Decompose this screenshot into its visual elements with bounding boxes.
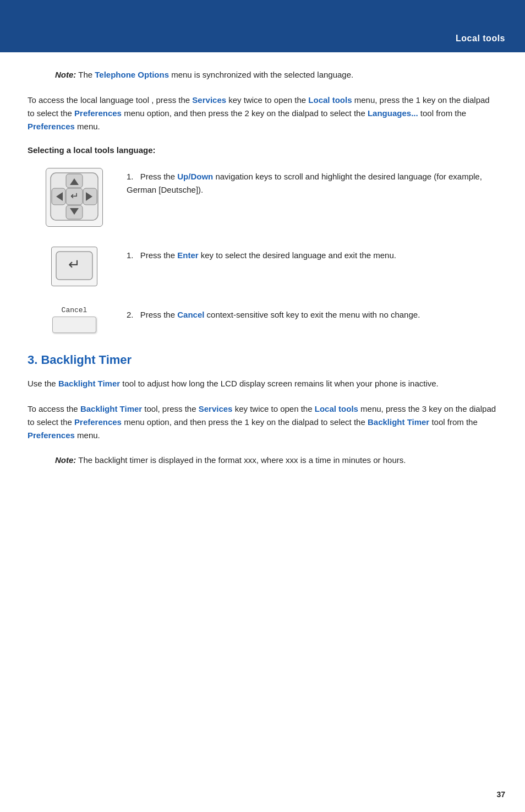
nav-key-graphic: ↵ [46,168,103,227]
header-bar: Local tools [0,0,525,52]
backlight-timer-link-1: Backlight Timer [58,379,120,388]
s3p2-text1: To access the [28,404,80,413]
services-link-1: Services [192,95,226,105]
steps-container: ↵ 1. Press the Up/Down navigation keys t… [28,168,497,333]
section3-para2: To access the Backlight Timer tool, pres… [28,402,497,442]
preferences-link-2: Preferences [28,122,75,131]
para1-text5: tool from the [420,108,466,118]
enter-link: Enter [177,250,198,260]
step-2-text-before: Press the [140,250,178,260]
step-3-text: 2. Press the Cancel context-sensitive so… [127,306,497,321]
para1-text6: menu. [77,122,100,131]
header-title: Local tools [456,34,505,43]
step-1-text-before: Press the [140,172,178,181]
local-tools-link-1: Local tools [308,95,352,105]
note-text-1: The [78,70,95,79]
svg-text:↵: ↵ [70,190,79,201]
s3p1-text1: Use the [28,379,58,388]
s3p2-text3: key twice to open the [235,404,315,413]
step-1-text: 1. Press the Up/Down navigation keys to … [127,168,497,197]
note-block-1: Note: The Telephone Options menu is sync… [55,69,497,81]
step-2-number: 1. [127,250,134,260]
para1-text1: To access the local language tool , pres… [28,95,192,105]
nav-keys-image: ↵ [39,168,110,227]
services-link-2: Services [199,404,233,413]
step-1-number: 1. [127,172,134,181]
step-2-text: 1. Press the Enter key to select the des… [127,247,497,262]
enter-key-graphic: ↵ [51,247,97,286]
step-3-text-after: context-sensitive soft key to exit the m… [207,310,420,319]
step-row-3: Cancel 2. Press the Cancel context-sensi… [28,306,497,333]
note2-prefix: Note: [55,455,76,465]
enter-key-image: ↵ [39,247,110,286]
selecting-heading: Selecting a local tools language: [28,145,497,155]
s3p2-text6: tool from the [431,417,477,427]
cancel-key-image: Cancel [39,306,110,333]
main-content: Note: The Telephone Options menu is sync… [0,52,525,511]
s3p2-text7: menu. [77,430,100,440]
backlight-timer-link-2: Backlight Timer [80,404,142,413]
para1-text2: key twice to open the [228,95,308,105]
step-2-text-after: key to select the desired language and e… [201,250,396,260]
preferences-link-4: Preferences [28,430,75,440]
s3p1-text2: tool to adjust how long the LCD display … [122,379,438,388]
local-tools-link-2: Local tools [315,404,358,413]
para1-text4: menu option, and then press the 2 key on… [124,108,368,118]
step-row-2: ↵ 1. Press the Enter key to select the d… [28,247,497,286]
step-row-1: ↵ 1. Press the Up/Down navigation keys t… [28,168,497,227]
svg-text:↵: ↵ [68,256,80,273]
preferences-link-1: Preferences [74,108,122,118]
section-3-number: 3. Backlight Timer [28,353,132,367]
cancel-key-graphic: Cancel [52,306,96,333]
telephone-options-link: Telephone Options [95,70,169,79]
note-block-2: Note: The backlight timer is displayed i… [55,454,497,467]
s3p2-text2: tool, press the [144,404,198,413]
step-3-number: 2. [127,310,134,319]
section-3-title: 3. Backlight Timer [28,353,497,367]
note-text-2: menu is synchronized with the selected l… [171,70,353,79]
cancel-key-label: Cancel [62,306,88,314]
page-number: 37 [496,790,505,799]
note2-text: The backlight timer is displayed in the … [78,455,406,465]
cancel-key-button [52,317,96,333]
cancel-link: Cancel [177,310,204,319]
s3p2-text5: menu option, and then press the 1 key on… [124,417,368,427]
note-prefix: Note: [55,70,76,79]
step-3-text-before: Press the [140,310,178,319]
section3-para1: Use the Backlight Timer tool to adjust h… [28,377,497,390]
backlight-timer-link-3: Backlight Timer [368,417,429,427]
languages-link: Languages... [368,108,418,118]
para-1: To access the local language tool , pres… [28,94,497,133]
updown-link: Up/Down [177,172,213,181]
preferences-link-3: Preferences [74,417,122,427]
